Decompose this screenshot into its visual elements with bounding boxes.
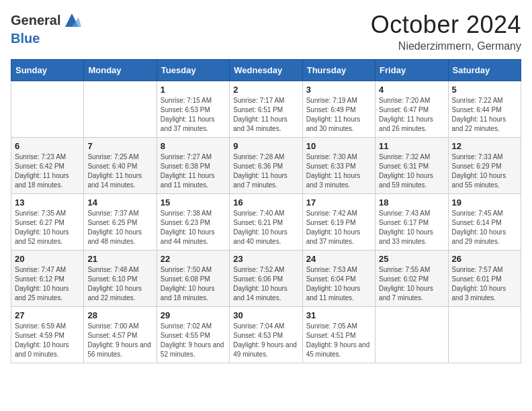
day-number: 30 bbox=[233, 310, 298, 320]
day-number: 27 bbox=[15, 310, 80, 320]
day-number: 4 bbox=[379, 85, 444, 95]
logo: General Blue bbox=[11, 11, 81, 46]
day-detail: Sunrise: 7:37 AM Sunset: 6:25 PM Dayligh… bbox=[87, 209, 152, 246]
day-detail: Sunrise: 7:23 AM Sunset: 6:42 PM Dayligh… bbox=[15, 152, 80, 190]
day-number: 10 bbox=[306, 141, 371, 151]
day-detail: Sunrise: 7:25 AM Sunset: 6:40 PM Dayligh… bbox=[87, 152, 152, 190]
calendar-cell: 21Sunrise: 7:48 AM Sunset: 6:10 PM Dayli… bbox=[84, 250, 157, 307]
day-detail: Sunrise: 7:19 AM Sunset: 6:49 PM Dayligh… bbox=[306, 96, 371, 134]
day-number: 1 bbox=[161, 85, 226, 95]
day-detail: Sunrise: 7:32 AM Sunset: 6:31 PM Dayligh… bbox=[379, 152, 444, 190]
calendar-cell: 18Sunrise: 7:43 AM Sunset: 6:17 PM Dayli… bbox=[375, 194, 448, 250]
calendar-table: SundayMondayTuesdayWednesdayThursdayFrid… bbox=[11, 59, 521, 363]
calendar-cell: 14Sunrise: 7:37 AM Sunset: 6:25 PM Dayli… bbox=[84, 194, 157, 250]
calendar-cell: 1Sunrise: 7:15 AM Sunset: 6:53 PM Daylig… bbox=[157, 81, 229, 138]
day-detail: Sunrise: 7:02 AM Sunset: 4:55 PM Dayligh… bbox=[161, 322, 226, 359]
calendar-cell: 12Sunrise: 7:33 AM Sunset: 6:29 PM Dayli… bbox=[448, 138, 521, 194]
weekday-header-saturday: Saturday bbox=[448, 60, 521, 81]
day-detail: Sunrise: 7:47 AM Sunset: 6:12 PM Dayligh… bbox=[15, 265, 80, 303]
page-header: General Blue October 2024 Niederzimmern,… bbox=[11, 11, 521, 52]
weekday-header-monday: Monday bbox=[84, 60, 157, 81]
calendar-cell: 29Sunrise: 7:02 AM Sunset: 4:55 PM Dayli… bbox=[157, 307, 229, 363]
week-row-3: 13Sunrise: 7:35 AM Sunset: 6:27 PM Dayli… bbox=[11, 194, 521, 250]
day-number: 28 bbox=[87, 310, 152, 320]
day-detail: Sunrise: 7:28 AM Sunset: 6:36 PM Dayligh… bbox=[233, 152, 298, 190]
day-detail: Sunrise: 7:27 AM Sunset: 6:38 PM Dayligh… bbox=[161, 152, 226, 190]
location-title: Niederzimmern, Germany bbox=[371, 40, 521, 52]
day-number: 16 bbox=[233, 197, 298, 208]
week-row-1: 1Sunrise: 7:15 AM Sunset: 6:53 PM Daylig… bbox=[11, 81, 521, 138]
day-detail: Sunrise: 7:00 AM Sunset: 4:57 PM Dayligh… bbox=[87, 322, 152, 359]
day-detail: Sunrise: 7:48 AM Sunset: 6:10 PM Dayligh… bbox=[87, 265, 152, 303]
calendar-cell bbox=[448, 307, 521, 363]
day-number: 26 bbox=[452, 254, 517, 264]
day-number: 9 bbox=[233, 141, 298, 151]
weekday-header-row: SundayMondayTuesdayWednesdayThursdayFrid… bbox=[11, 60, 521, 81]
day-number: 2 bbox=[233, 85, 298, 95]
calendar-cell: 24Sunrise: 7:53 AM Sunset: 6:04 PM Dayli… bbox=[302, 250, 375, 307]
week-row-5: 27Sunrise: 6:59 AM Sunset: 4:59 PM Dayli… bbox=[11, 307, 521, 363]
day-number: 19 bbox=[452, 197, 517, 208]
day-number: 20 bbox=[15, 254, 80, 264]
day-number: 3 bbox=[306, 85, 371, 95]
day-number: 5 bbox=[452, 85, 517, 95]
day-number: 14 bbox=[87, 197, 152, 208]
calendar-cell: 10Sunrise: 7:30 AM Sunset: 6:33 PM Dayli… bbox=[302, 138, 375, 194]
calendar-cell: 22Sunrise: 7:50 AM Sunset: 6:08 PM Dayli… bbox=[157, 250, 229, 307]
calendar-cell: 28Sunrise: 7:00 AM Sunset: 4:57 PM Dayli… bbox=[84, 307, 157, 363]
day-number: 18 bbox=[379, 197, 444, 208]
calendar-cell: 2Sunrise: 7:17 AM Sunset: 6:51 PM Daylig… bbox=[230, 81, 302, 138]
day-detail: Sunrise: 7:52 AM Sunset: 6:06 PM Dayligh… bbox=[233, 265, 298, 303]
calendar-cell bbox=[11, 81, 84, 138]
day-detail: Sunrise: 7:15 AM Sunset: 6:53 PM Dayligh… bbox=[161, 96, 226, 134]
calendar-cell: 31Sunrise: 7:05 AM Sunset: 4:51 PM Dayli… bbox=[302, 307, 375, 363]
calendar-cell bbox=[84, 81, 157, 138]
calendar-cell: 6Sunrise: 7:23 AM Sunset: 6:42 PM Daylig… bbox=[11, 138, 84, 194]
day-number: 12 bbox=[452, 141, 517, 151]
day-detail: Sunrise: 7:17 AM Sunset: 6:51 PM Dayligh… bbox=[233, 96, 298, 134]
day-detail: Sunrise: 7:55 AM Sunset: 6:02 PM Dayligh… bbox=[379, 265, 444, 303]
calendar-cell: 23Sunrise: 7:52 AM Sunset: 6:06 PM Dayli… bbox=[230, 250, 302, 307]
day-detail: Sunrise: 6:59 AM Sunset: 4:59 PM Dayligh… bbox=[15, 322, 80, 359]
day-detail: Sunrise: 7:42 AM Sunset: 6:19 PM Dayligh… bbox=[306, 209, 371, 246]
calendar-cell: 9Sunrise: 7:28 AM Sunset: 6:36 PM Daylig… bbox=[230, 138, 302, 194]
day-number: 11 bbox=[379, 141, 444, 151]
logo-blue-text: Blue bbox=[11, 31, 40, 46]
calendar-cell: 19Sunrise: 7:45 AM Sunset: 6:14 PM Dayli… bbox=[448, 194, 521, 250]
day-number: 8 bbox=[161, 141, 226, 151]
calendar-cell: 30Sunrise: 7:04 AM Sunset: 4:53 PM Dayli… bbox=[230, 307, 302, 363]
calendar-cell bbox=[375, 307, 448, 363]
logo-icon bbox=[62, 11, 81, 30]
day-detail: Sunrise: 7:57 AM Sunset: 6:01 PM Dayligh… bbox=[452, 265, 517, 303]
day-detail: Sunrise: 7:22 AM Sunset: 6:44 PM Dayligh… bbox=[452, 96, 517, 134]
calendar-cell: 25Sunrise: 7:55 AM Sunset: 6:02 PM Dayli… bbox=[375, 250, 448, 307]
day-detail: Sunrise: 7:38 AM Sunset: 6:23 PM Dayligh… bbox=[161, 209, 226, 246]
title-area: October 2024 Niederzimmern, Germany bbox=[371, 11, 521, 52]
calendar-cell: 16Sunrise: 7:40 AM Sunset: 6:21 PM Dayli… bbox=[230, 194, 302, 250]
day-detail: Sunrise: 7:35 AM Sunset: 6:27 PM Dayligh… bbox=[15, 209, 80, 246]
weekday-header-wednesday: Wednesday bbox=[230, 60, 302, 81]
day-number: 23 bbox=[233, 254, 298, 264]
day-detail: Sunrise: 7:30 AM Sunset: 6:33 PM Dayligh… bbox=[306, 152, 371, 190]
calendar-cell: 27Sunrise: 6:59 AM Sunset: 4:59 PM Dayli… bbox=[11, 307, 84, 363]
day-number: 24 bbox=[306, 254, 371, 264]
calendar-cell: 17Sunrise: 7:42 AM Sunset: 6:19 PM Dayli… bbox=[302, 194, 375, 250]
week-row-4: 20Sunrise: 7:47 AM Sunset: 6:12 PM Dayli… bbox=[11, 250, 521, 307]
calendar-cell: 3Sunrise: 7:19 AM Sunset: 6:49 PM Daylig… bbox=[302, 81, 375, 138]
day-number: 29 bbox=[161, 310, 226, 320]
weekday-header-sunday: Sunday bbox=[11, 60, 84, 81]
calendar-cell: 15Sunrise: 7:38 AM Sunset: 6:23 PM Dayli… bbox=[157, 194, 229, 250]
calendar-cell: 8Sunrise: 7:27 AM Sunset: 6:38 PM Daylig… bbox=[157, 138, 229, 194]
day-detail: Sunrise: 7:04 AM Sunset: 4:53 PM Dayligh… bbox=[233, 322, 298, 359]
day-number: 6 bbox=[15, 141, 80, 151]
logo-general-text: General bbox=[11, 13, 60, 27]
day-number: 17 bbox=[306, 197, 371, 208]
weekday-header-thursday: Thursday bbox=[302, 60, 375, 81]
day-detail: Sunrise: 7:53 AM Sunset: 6:04 PM Dayligh… bbox=[306, 265, 371, 303]
calendar-cell: 4Sunrise: 7:20 AM Sunset: 6:47 PM Daylig… bbox=[375, 81, 448, 138]
day-number: 31 bbox=[306, 310, 371, 320]
calendar-cell: 5Sunrise: 7:22 AM Sunset: 6:44 PM Daylig… bbox=[448, 81, 521, 138]
calendar-cell: 26Sunrise: 7:57 AM Sunset: 6:01 PM Dayli… bbox=[448, 250, 521, 307]
calendar-cell: 20Sunrise: 7:47 AM Sunset: 6:12 PM Dayli… bbox=[11, 250, 84, 307]
day-detail: Sunrise: 7:05 AM Sunset: 4:51 PM Dayligh… bbox=[306, 322, 371, 359]
